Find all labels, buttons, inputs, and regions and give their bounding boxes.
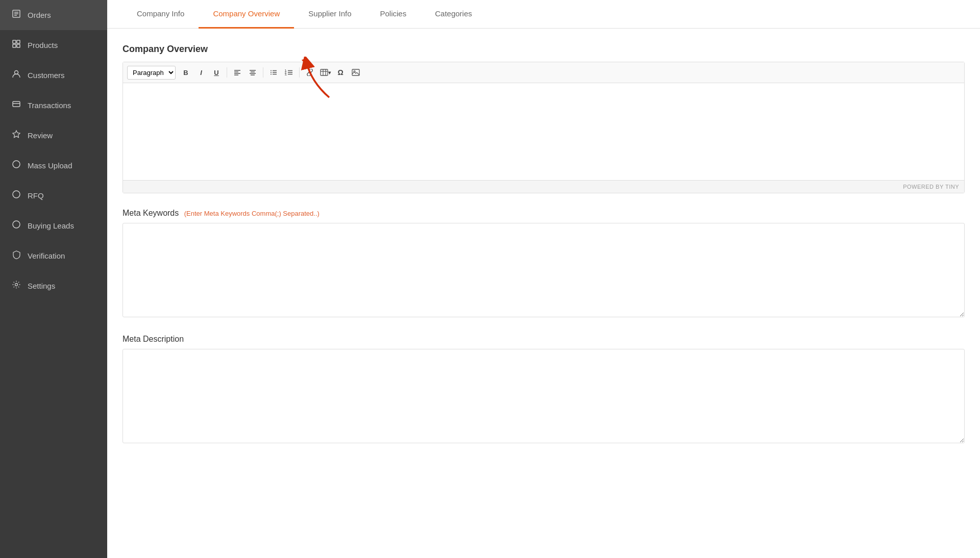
tab-policies[interactable]: Policies <box>366 0 421 29</box>
sidebar-item-buying-leads[interactable]: Buying Leads <box>0 211 107 241</box>
sidebar-buying-leads-label: Buying Leads <box>28 221 74 230</box>
review-icon <box>11 130 21 141</box>
svg-point-12 <box>13 161 20 168</box>
editor-area-wrapper: Paragraph B I U <box>122 62 965 193</box>
tab-categories[interactable]: Categories <box>421 0 486 29</box>
svg-point-14 <box>13 221 20 228</box>
meta-description-section: Meta Description <box>122 335 965 445</box>
tab-navigation: Company Info Company Overview Supplier I… <box>107 0 980 29</box>
sidebar-item-customers[interactable]: Customers <box>0 60 107 90</box>
rich-text-editor: Paragraph B I U <box>122 62 965 193</box>
main-content: Company Info Company Overview Supplier I… <box>107 0 980 558</box>
link-button[interactable] <box>303 65 317 80</box>
rfq-icon <box>11 190 21 201</box>
meta-keywords-section: Meta Keywords (Enter Meta Keywords Comma… <box>122 209 965 319</box>
sidebar-item-transactions[interactable]: Transactions <box>0 90 107 120</box>
meta-description-textarea[interactable] <box>122 349 965 443</box>
settings-icon <box>11 280 21 292</box>
svg-rect-4 <box>13 40 16 43</box>
tab-company-info[interactable]: Company Info <box>122 0 199 29</box>
paragraph-style-select[interactable]: Paragraph <box>127 66 176 80</box>
page-title: Company Overview <box>122 44 965 55</box>
italic-button[interactable]: I <box>194 65 208 80</box>
special-char-button[interactable]: Ω <box>333 65 348 80</box>
svg-rect-7 <box>17 44 20 47</box>
bold-button[interactable]: B <box>179 65 193 80</box>
svg-rect-6 <box>13 44 16 47</box>
meta-keywords-label: Meta Keywords (Enter Meta Keywords Comma… <box>122 209 965 218</box>
bullet-list-button[interactable] <box>266 65 281 80</box>
orders-icon <box>11 9 21 21</box>
image-button[interactable] <box>349 65 363 80</box>
sidebar-item-review[interactable]: Review <box>0 120 107 150</box>
svg-rect-9 <box>13 102 20 107</box>
align-left-button[interactable] <box>230 65 244 80</box>
meta-description-label: Meta Description <box>122 335 965 344</box>
sidebar-item-settings[interactable]: Settings <box>0 271 107 301</box>
svg-point-15 <box>15 284 18 286</box>
transactions-icon <box>11 99 21 111</box>
sidebar-products-label: Products <box>28 41 58 49</box>
buying-leads-icon <box>11 220 21 232</box>
sidebar-item-orders[interactable]: Orders <box>0 0 107 30</box>
numbered-list-button[interactable]: 1.2.3. <box>282 65 296 80</box>
sidebar: Orders Products Customers Transactions R… <box>0 0 107 558</box>
meta-keywords-hint: (Enter Meta Keywords Comma(;) Separated.… <box>184 210 320 217</box>
editor-toolbar: Paragraph B I U <box>123 62 964 83</box>
svg-point-28 <box>271 72 272 73</box>
mass-upload-icon <box>11 160 21 171</box>
sidebar-orders-label: Orders <box>28 11 51 19</box>
svg-rect-5 <box>17 40 20 43</box>
svg-text:3.: 3. <box>285 73 287 76</box>
meta-keywords-textarea[interactable] <box>122 223 965 317</box>
toolbar-divider-3 <box>299 67 300 78</box>
customers-icon <box>11 69 21 81</box>
sidebar-transactions-label: Transactions <box>28 101 71 110</box>
tab-supplier-info[interactable]: Supplier Info <box>294 0 365 29</box>
editor-footer: POWERED BY TINY <box>123 180 964 193</box>
sidebar-item-verification[interactable]: Verification <box>0 241 107 271</box>
sidebar-review-label: Review <box>28 131 53 140</box>
tab-company-overview[interactable]: Company Overview <box>199 0 294 29</box>
svg-point-26 <box>271 70 272 71</box>
svg-point-13 <box>13 191 20 198</box>
verification-icon <box>11 250 21 262</box>
sidebar-item-products[interactable]: Products <box>0 30 107 60</box>
editor-body[interactable] <box>123 83 964 180</box>
svg-rect-38 <box>321 69 328 75</box>
sidebar-rfq-label: RFQ <box>28 191 44 200</box>
svg-point-30 <box>271 74 272 75</box>
table-button[interactable]: ▾ <box>318 65 332 80</box>
sidebar-settings-label: Settings <box>28 282 55 290</box>
svg-marker-11 <box>13 131 20 138</box>
sidebar-item-rfq[interactable]: RFQ <box>0 181 107 211</box>
svg-rect-42 <box>352 69 359 75</box>
sidebar-verification-label: Verification <box>28 251 65 260</box>
sidebar-item-mass-upload[interactable]: Mass Upload <box>0 150 107 181</box>
content-area: Company Overview Paragraph <box>107 29 980 558</box>
align-center-button[interactable] <box>246 65 260 80</box>
sidebar-customers-label: Customers <box>28 71 65 80</box>
sidebar-mass-upload-label: Mass Upload <box>28 161 72 170</box>
toolbar-divider-1 <box>227 67 227 78</box>
underline-button[interactable]: U <box>209 65 224 80</box>
toolbar-divider-2 <box>263 67 263 78</box>
products-icon <box>11 39 21 51</box>
